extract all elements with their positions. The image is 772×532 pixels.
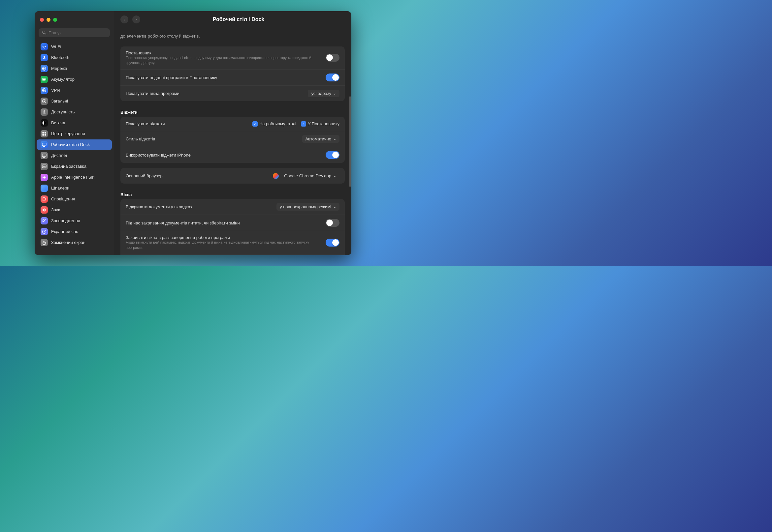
maximize-button[interactable] bbox=[53, 18, 57, 22]
checkbox[interactable]: ✓ bbox=[301, 121, 306, 127]
checkbox[interactable]: ✓ bbox=[252, 121, 258, 127]
setting-label: Основний браузер bbox=[126, 173, 273, 178]
sidebar-label-ai: Apple Intelligence i Siri bbox=[51, 175, 95, 180]
sidebar-label-screensaver: Екранна заставка bbox=[51, 164, 86, 169]
setting-label: Показувати вікна програми bbox=[126, 91, 308, 96]
sidebar-item-wifi[interactable]: Wi-Fi bbox=[37, 42, 112, 52]
setting-row-ask-save: Під час закривання документів питати, чи… bbox=[120, 215, 345, 231]
toggle-switch[interactable] bbox=[326, 54, 340, 62]
setting-label: Використовувати віджети iPhone bbox=[126, 153, 326, 158]
checkbox-label: На робочому столі bbox=[259, 121, 296, 126]
sidebar-label-accessibility: Доступність bbox=[51, 109, 75, 114]
setting-label: Відкривати документи у вкладках bbox=[126, 204, 277, 209]
sidebar-label-wifi: Wi-Fi bbox=[51, 44, 61, 49]
sidebar-item-battery[interactable]: Акумулятор bbox=[37, 74, 112, 85]
browser-group: Основний браузерGoogle Chrome Dev.app ⌄ bbox=[120, 168, 345, 184]
sidebar-item-network[interactable]: Мережа bbox=[37, 63, 112, 74]
forward-button[interactable]: › bbox=[132, 15, 140, 23]
svg-rect-30 bbox=[43, 242, 45, 245]
toggle-switch[interactable] bbox=[326, 151, 340, 159]
sidebar-item-wallpaper[interactable]: Шпалери bbox=[37, 183, 112, 193]
setting-row-close-windows: Закривати вікна в разі завершення роботи… bbox=[120, 231, 345, 254]
sidebar-item-ai[interactable]: Apple Intelligence i Siri bbox=[37, 172, 112, 183]
focus-icon bbox=[41, 217, 48, 224]
widgets-heading: Віджети bbox=[120, 106, 345, 117]
sidebar-label-screentime: Екранний час bbox=[51, 229, 78, 234]
setting-label: Показувати віджети bbox=[126, 121, 252, 126]
sound-icon bbox=[41, 206, 48, 214]
dropdown-button[interactable]: усі одразу ⌄ bbox=[308, 90, 340, 97]
setting-label: Постановник bbox=[126, 50, 326, 55]
setting-label: Закривати вікна в разі завершення роботи… bbox=[126, 235, 326, 240]
setting-row-tiling: Закріплювати вікна перетягуванням до кра… bbox=[120, 254, 345, 255]
sidebar-item-lock[interactable]: Замкнений екран bbox=[37, 237, 112, 248]
battery-icon bbox=[41, 76, 48, 83]
page-title: Робочий стіл і Dock bbox=[144, 16, 333, 22]
setting-row-show-widgets: Показувати віджети✓На робочому столі✓У П… bbox=[120, 117, 345, 131]
sidebar-item-displays[interactable]: Дисплеї bbox=[37, 150, 112, 161]
notifications-icon bbox=[41, 195, 48, 203]
wifi-icon bbox=[41, 43, 48, 50]
toggle-switch[interactable] bbox=[326, 239, 340, 247]
checkbox-item[interactable]: ✓У Постановнику bbox=[301, 121, 340, 127]
sidebar-label-lock: Замкнений екран bbox=[51, 240, 85, 245]
search-input[interactable] bbox=[48, 30, 106, 35]
svg-rect-7 bbox=[46, 79, 46, 80]
sidebar-item-desktop[interactable]: Робочий стіл і Dock bbox=[37, 139, 112, 150]
checkbox-item[interactable]: ✓На робочому столі bbox=[252, 121, 296, 127]
svg-point-14 bbox=[43, 121, 46, 125]
toggle-knob bbox=[326, 220, 333, 226]
control-icon bbox=[41, 130, 48, 137]
network-icon bbox=[41, 65, 48, 72]
sidebar-item-screentime[interactable]: Екранний час bbox=[37, 226, 112, 237]
setting-sublabel: Постановник упорядковує недавні вікна в … bbox=[126, 55, 326, 66]
svg-rect-22 bbox=[42, 154, 46, 157]
svg-rect-16 bbox=[45, 132, 46, 133]
setting-row-show-recent-apps: Показувати недавні програми в Постановни… bbox=[120, 70, 345, 86]
svg-point-12 bbox=[44, 101, 45, 102]
svg-rect-6 bbox=[43, 79, 45, 80]
toggle-switch[interactable] bbox=[326, 219, 340, 227]
sidebar-item-focus[interactable]: Зосередження bbox=[37, 216, 112, 226]
browser-icon bbox=[273, 173, 279, 179]
settings-window: Wi-FiBluetoothМережаАкумуляторVPNЗагальн… bbox=[35, 11, 351, 255]
titlebar bbox=[35, 11, 114, 28]
dropdown-button[interactable]: Автоматично ⌄ bbox=[302, 135, 340, 143]
svg-rect-17 bbox=[43, 134, 44, 136]
sidebar-item-accessibility[interactable]: Доступність bbox=[37, 107, 112, 117]
sidebar-label-vpn: VPN bbox=[51, 88, 60, 93]
minimize-button[interactable] bbox=[46, 18, 50, 22]
sidebar-item-screensaver[interactable]: Екранна заставка bbox=[37, 161, 112, 172]
scrollbar-thumb bbox=[349, 96, 351, 187]
back-button[interactable]: ‹ bbox=[120, 15, 128, 23]
svg-marker-26 bbox=[42, 175, 46, 179]
toggle-switch[interactable] bbox=[326, 74, 340, 81]
displays-icon bbox=[41, 152, 48, 159]
screentime-icon bbox=[41, 228, 48, 235]
sidebar-label-control: Центр керування bbox=[51, 131, 85, 136]
sidebar-item-notifications[interactable]: Сповіщення bbox=[37, 194, 112, 204]
svg-point-28 bbox=[43, 219, 45, 221]
chevron-down-icon: ⌄ bbox=[333, 137, 336, 141]
setting-row-show-app-windows: Показувати вікна програмиусі одразу ⌄ bbox=[120, 86, 345, 101]
widgets-group: Показувати віджети✓На робочому столі✓У П… bbox=[120, 117, 345, 163]
main-header: ‹ › Робочий стіл і Dock bbox=[114, 11, 351, 28]
dropdown-button[interactable]: у повноекранному режимі ⌄ bbox=[277, 203, 340, 211]
sidebar-item-general[interactable]: Загальні bbox=[37, 96, 112, 106]
sidebar-item-bluetooth[interactable]: Bluetooth bbox=[37, 52, 112, 63]
sidebar-item-appearance[interactable]: Вигляд bbox=[37, 118, 112, 128]
sidebar-label-focus: Зосередження bbox=[51, 218, 80, 223]
appearance-icon bbox=[41, 119, 48, 127]
dropdown-button[interactable]: Google Chrome Dev.app ⌄ bbox=[281, 172, 340, 180]
ai-icon bbox=[41, 174, 48, 181]
setting-row-postanovnyk: ПостановникПостановник упорядковує недав… bbox=[120, 46, 345, 70]
sidebar-label-battery: Акумулятор bbox=[51, 77, 74, 82]
sidebar-item-vpn[interactable]: VPN bbox=[37, 85, 112, 96]
close-button[interactable] bbox=[40, 18, 44, 22]
sidebar-item-sound[interactable]: Звук bbox=[37, 205, 112, 215]
sidebar-list: Wi-FiBluetoothМережаАкумуляторVPNЗагальн… bbox=[35, 40, 114, 255]
svg-rect-25 bbox=[42, 165, 46, 168]
search-box[interactable] bbox=[39, 28, 110, 37]
svg-point-0 bbox=[43, 31, 45, 34]
sidebar-item-control[interactable]: Центр керування bbox=[37, 129, 112, 139]
